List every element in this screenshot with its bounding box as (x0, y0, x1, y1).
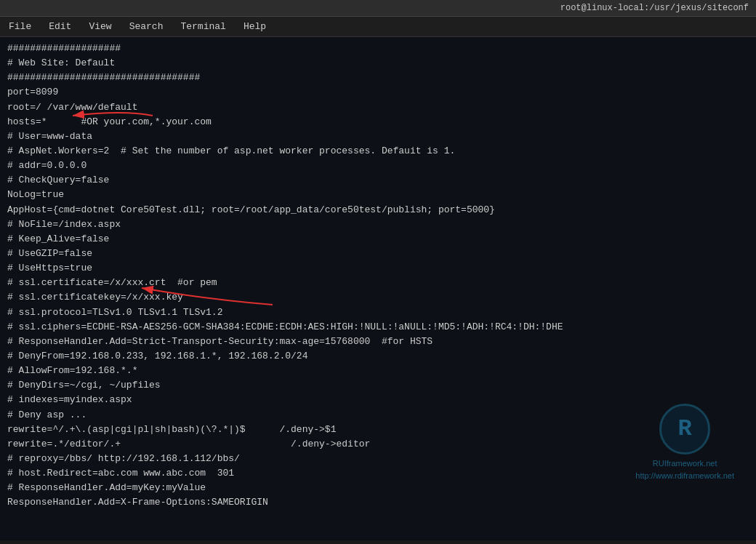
code-line: # ResponseHandler.Add=Strict-Transport-S… (7, 335, 749, 349)
menu-edit[interactable]: Edit (46, 20, 74, 33)
code-line: root=/ /var/www/default (7, 100, 749, 115)
code-line: # Deny asp ... (7, 408, 749, 423)
code-line: NoLog=true (7, 188, 749, 202)
menu-help[interactable]: Help (241, 20, 269, 33)
code-line: port=8099 (7, 85, 749, 100)
code-line: # CheckQuery=false (7, 173, 749, 188)
code-line: # ResponseHandler.Add=myKey:myValue (7, 481, 749, 495)
code-line: # DenyFrom=192.168.0.233, 192.168.1.*, 1… (7, 349, 749, 364)
code-line: # NoFile=/index.aspx (7, 217, 749, 232)
code-line: # UseHttps=true (7, 261, 749, 276)
menu-view[interactable]: View (86, 20, 114, 33)
code-line: # ssl.certificate=/x/xxx.crt #or pem (7, 276, 749, 290)
code-line: rewrite=^/.+\.(asp|cgi|pl|sh|bash)(\?.*|… (7, 423, 749, 437)
code-line: # ssl.certificatekey=/x/xxx.key (7, 290, 749, 305)
code-line: hosts=* #OR your.com,*.your.com (7, 115, 749, 129)
code-line: # UseGZIP=false (7, 247, 749, 261)
menu-bar: File Edit View Search Terminal Help (0, 17, 756, 37)
code-line: # ssl.ciphers=ECDHE-RSA-AES256-GCM-SHA38… (7, 320, 749, 335)
code-line: #################### (7, 41, 749, 56)
code-line: # host.Redirect=abc.com www.abc.com 301 (7, 466, 749, 481)
menu-terminal[interactable]: Terminal (177, 20, 228, 33)
code-line: # User=www-data (7, 129, 749, 144)
code-line: # addr=0.0.0.0 (7, 159, 749, 173)
code-line: ResponseHandler.Add=X-Frame-Options:SAME… (7, 495, 749, 510)
code-line: ################################## (7, 71, 749, 85)
code-line: # AspNet.Workers=2 # Set the number of a… (7, 144, 749, 159)
code-line: # Web Site: Default (7, 56, 749, 71)
title-bar: root@linux-local:/usr/jexus/siteconf (0, 0, 756, 17)
code-line: # Keep_Alive=false (7, 232, 749, 247)
code-line: # ssl.protocol=TLSv1.0 TLSv1.1 TLSv1.2 (7, 305, 749, 320)
menu-file[interactable]: File (6, 20, 34, 33)
code-line: # reproxy=/bbs/ http://192.168.1.112/bbs… (7, 452, 749, 466)
code-line: # DenyDirs=~/cgi, ~/upfiles (7, 378, 749, 393)
code-line: # indexes=myindex.aspx (7, 393, 749, 407)
code-lines: ##################### Web Site: Default#… (7, 41, 749, 511)
code-line: AppHost={cmd=dotnet Core50Test.dll; root… (7, 203, 749, 217)
editor-content: ##################### Web Site: Default#… (0, 37, 756, 540)
menu-search[interactable]: Search (126, 20, 166, 33)
code-line: # AllowFrom=192.168.*.* (7, 364, 749, 378)
code-line: rewrite=.*/editor/.+ /.deny->editor (7, 437, 749, 452)
title-text: root@linux-local:/usr/jexus/siteconf (560, 3, 749, 13)
